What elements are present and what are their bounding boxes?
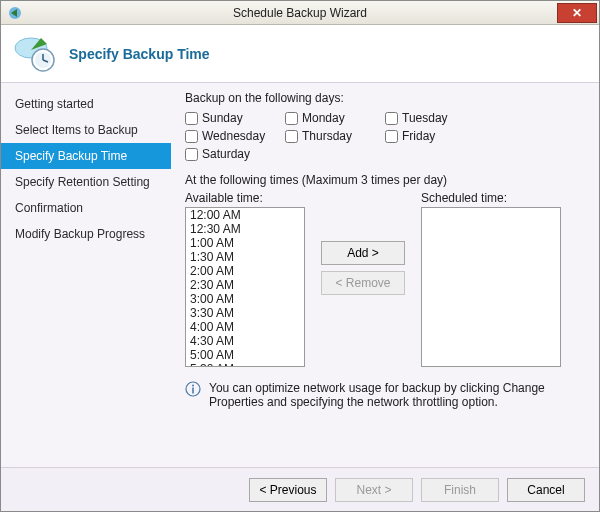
day-tuesday[interactable]: Tuesday [385, 111, 485, 125]
day-label: Monday [302, 111, 345, 125]
sidebar-item-label: Specify Retention Setting [15, 175, 150, 189]
time-option[interactable]: 2:00 AM [186, 264, 304, 278]
day-thursday[interactable]: Thursday [285, 129, 385, 143]
time-option[interactable]: 5:00 AM [186, 348, 304, 362]
time-option[interactable]: 12:30 AM [186, 222, 304, 236]
available-time-listbox[interactable]: 12:00 AM12:30 AM1:00 AM1:30 AM2:00 AM2:3… [185, 207, 305, 367]
info-text: You can optimize network usage for backu… [209, 381, 575, 409]
time-option[interactable]: 3:30 AM [186, 306, 304, 320]
checkbox-monday[interactable] [285, 112, 298, 125]
time-option[interactable]: 4:30 AM [186, 334, 304, 348]
checkbox-sunday[interactable] [185, 112, 198, 125]
svg-rect-8 [192, 388, 194, 394]
main-panel: Backup on the following days: Sunday Mon… [171, 83, 599, 467]
time-option[interactable]: 4:00 AM [186, 320, 304, 334]
sidebar-item-label: Getting started [15, 97, 94, 111]
available-time-label: Available time: [185, 191, 305, 205]
scheduled-time-listbox[interactable] [421, 207, 561, 367]
time-option[interactable]: 3:00 AM [186, 292, 304, 306]
day-wednesday[interactable]: Wednesday [185, 129, 285, 143]
checkbox-thursday[interactable] [285, 130, 298, 143]
day-label: Tuesday [402, 111, 448, 125]
checkbox-saturday[interactable] [185, 148, 198, 161]
sidebar-item-backup-time[interactable]: Specify Backup Time [1, 143, 171, 169]
close-button[interactable]: ✕ [557, 3, 597, 23]
info-icon [185, 381, 201, 397]
checkbox-wednesday[interactable] [185, 130, 198, 143]
time-option[interactable]: 2:30 AM [186, 278, 304, 292]
add-button[interactable]: Add > [321, 241, 405, 265]
sidebar-item-confirmation[interactable]: Confirmation [1, 195, 171, 221]
time-option[interactable]: 1:30 AM [186, 250, 304, 264]
wizard-header: Specify Backup Time [1, 25, 599, 83]
day-monday[interactable]: Monday [285, 111, 385, 125]
time-option[interactable]: 5:30 AM [186, 362, 304, 367]
cancel-button[interactable]: Cancel [507, 478, 585, 502]
scheduled-time-label: Scheduled time: [421, 191, 561, 205]
checkbox-tuesday[interactable] [385, 112, 398, 125]
sidebar-item-retention[interactable]: Specify Retention Setting [1, 169, 171, 195]
titlebar[interactable]: Schedule Backup Wizard ✕ [1, 1, 599, 25]
times-label: At the following times (Maximum 3 times … [185, 173, 585, 187]
time-option[interactable]: 12:00 AM [186, 208, 304, 222]
day-saturday[interactable]: Saturday [185, 147, 285, 161]
finish-button: Finish [421, 478, 499, 502]
close-icon: ✕ [572, 6, 582, 20]
info-row: You can optimize network usage for backu… [185, 381, 585, 409]
sidebar-item-label: Specify Backup Time [15, 149, 127, 163]
sidebar-item-label: Modify Backup Progress [15, 227, 145, 241]
day-sunday[interactable]: Sunday [185, 111, 285, 125]
time-option[interactable]: 1:00 AM [186, 236, 304, 250]
step-sidebar: Getting started Select Items to Backup S… [1, 83, 171, 467]
window-title: Schedule Backup Wizard [1, 6, 599, 20]
sidebar-item-modify-progress[interactable]: Modify Backup Progress [1, 221, 171, 247]
wizard-window: Schedule Backup Wizard ✕ Specify Backup … [0, 0, 600, 512]
sidebar-item-select-items[interactable]: Select Items to Backup [1, 117, 171, 143]
checkbox-friday[interactable] [385, 130, 398, 143]
remove-button: < Remove [321, 271, 405, 295]
time-lists-row: Available time: 12:00 AM12:30 AM1:00 AM1… [185, 191, 585, 367]
page-title: Specify Backup Time [69, 46, 210, 62]
wizard-footer: < Previous Next > Finish Cancel [1, 467, 599, 511]
header-cloud-clock-icon [11, 34, 59, 74]
days-label: Backup on the following days: [185, 91, 585, 105]
sidebar-item-getting-started[interactable]: Getting started [1, 91, 171, 117]
sidebar-item-label: Select Items to Backup [15, 123, 138, 137]
previous-button[interactable]: < Previous [249, 478, 327, 502]
next-button: Next > [335, 478, 413, 502]
wizard-body: Getting started Select Items to Backup S… [1, 83, 599, 467]
svg-point-7 [192, 385, 194, 387]
day-label: Sunday [202, 111, 243, 125]
day-label: Friday [402, 129, 435, 143]
day-friday[interactable]: Friday [385, 129, 485, 143]
sidebar-item-label: Confirmation [15, 201, 83, 215]
day-label: Saturday [202, 147, 250, 161]
day-label: Thursday [302, 129, 352, 143]
day-label: Wednesday [202, 129, 265, 143]
app-icon [7, 5, 23, 21]
